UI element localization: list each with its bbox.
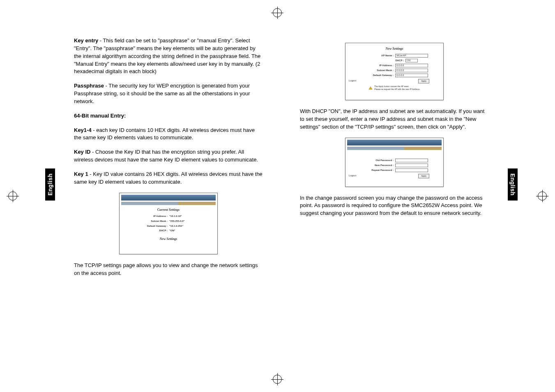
val-oldpw — [395, 159, 428, 162]
left-content: Key entry - This field can be set to "pa… — [74, 37, 263, 284]
text-key-1: - Key ID value contains 26 HEX digits. A… — [74, 171, 263, 185]
row3-reppw: Repeat Password : — [347, 168, 442, 172]
label-key1-4: Key1-4 — [74, 127, 92, 133]
para-tcpip-desc: The TCP/IP settings page allows you to v… — [74, 262, 263, 277]
val-dhcp: "ON" — [169, 229, 202, 233]
screenshot-heading-new: New Settings — [121, 237, 216, 242]
para-dhcp-on: With DHCP "ON", the IP address and subne… — [300, 108, 489, 131]
para-key1-4: Key1-4 - each key ID contains 10 HEX dig… — [74, 127, 263, 142]
language-tab-left: English — [45, 168, 55, 201]
warning: The Apply button causes the AP reset. Pl… — [347, 85, 442, 91]
right-content: New Settings AP Name :WLanAP DHCP :ON IP… — [300, 37, 489, 224]
val-newpw — [395, 164, 428, 167]
logout-link: Logout — [349, 79, 356, 83]
row2-dhcp: DHCP :ON — [347, 59, 442, 62]
apply-button-3: Apply — [418, 174, 429, 178]
lbl-subnet: Subnet Mask : — [135, 219, 168, 223]
logout-link-3: Logout — [349, 174, 356, 178]
para-key-1: Key 1 - Key ID value contains 26 HEX dig… — [74, 171, 263, 186]
val2-ip: 0.0.0.0 — [395, 64, 428, 67]
row3-oldpw: Old Password : — [347, 159, 442, 162]
row2-gateway: Default Gateway :0.0.0.0 — [347, 74, 442, 77]
heading-64bit: 64-Bit manual Entry: — [74, 112, 263, 120]
lbl-oldpw: Old Password : — [361, 159, 394, 162]
val-ip: "10.1.0.10" — [169, 214, 202, 218]
para-key-entry: Key entry - This field can be set to "pa… — [74, 37, 263, 76]
screenshot-banner — [121, 195, 216, 201]
val-gateway: "10.1.0.254" — [169, 224, 202, 228]
crop-mark-right — [538, 191, 547, 201]
row2-subnet: Subnet Mask :0.0.0.0 — [347, 69, 442, 72]
para-key-id: Key ID - Choose the Key ID that has the … — [74, 148, 263, 164]
crop-mark-left — [8, 191, 17, 201]
lbl-ip: IP Address : — [135, 214, 168, 218]
lbl2-subnet: Subnet Mask : — [361, 69, 394, 72]
val-apname: WLanAP — [395, 54, 428, 58]
warning-icon — [368, 86, 373, 90]
lbl2-gateway: Default Gateway : — [361, 74, 394, 77]
lbl-newpw: New Password : — [361, 164, 394, 167]
row3-newpw: New Password : — [347, 164, 442, 167]
label-key-1: Key 1 — [74, 171, 88, 177]
text-key-entry: - This field can be set to "passphrase" … — [74, 37, 260, 74]
screenshot-tabs — [121, 202, 216, 205]
warn-line2: Please re-request the AP with the new IP… — [374, 88, 420, 91]
row-dhcp: DHCP :"ON" — [121, 229, 216, 233]
screenshot3-banner — [347, 140, 442, 145]
lbl2-dhcp: DHCP : — [371, 59, 404, 62]
val-reppw — [395, 168, 428, 172]
screenshot-tcpip-current: Current Settings IP Address :"10.1.0.10"… — [119, 193, 218, 254]
crop-mark-top — [273, 8, 282, 17]
warn-line1: The Apply button causes the AP reset. — [374, 85, 420, 88]
row-ip: IP Address :"10.1.0.10" — [121, 214, 216, 218]
screenshot-new-settings: New Settings AP Name :WLanAP DHCP :ON IP… — [345, 43, 444, 100]
crop-mark-bottom — [273, 375, 282, 384]
val2-dhcp: ON — [405, 59, 418, 62]
left-page: English Key entry - This field can be se… — [45, 37, 275, 353]
val2-subnet: 0.0.0.0 — [395, 69, 428, 72]
row2-ip: IP Address :0.0.0.0 — [347, 64, 442, 67]
lbl2-ip: IP Address : — [361, 64, 394, 67]
text-key1-4: - each key ID contains 10 HEX digits. Al… — [74, 127, 255, 141]
lbl-apname: AP Name : — [361, 54, 394, 58]
btnrow-apply: Logout Apply — [347, 79, 442, 83]
row-subnet: Subnet Mask :"255.255.0.0" — [121, 219, 216, 223]
lbl-reppw: Repeat Password : — [361, 168, 394, 172]
lbl-dhcp: DHCP : — [135, 229, 168, 233]
text-key-id: - Choose the Key ID that has the encrypt… — [74, 149, 258, 163]
label-passphrase: Passphrase — [74, 83, 104, 89]
screenshot-heading-current: Current Settings — [121, 208, 216, 212]
apply-button: Apply — [418, 79, 429, 83]
screenshot-change-password: Old Password : New Password : Repeat Pas… — [345, 138, 444, 187]
val2-gateway: 0.0.0.0 — [395, 74, 428, 77]
lbl-gateway: Default Gateway : — [135, 224, 168, 228]
para-passphrase: Passphrase - The security key for WEP en… — [74, 82, 263, 106]
row2-apname: AP Name :WLanAP — [347, 54, 442, 58]
right-page: English New Settings AP Name :WLanAP DHC… — [288, 37, 518, 353]
label-key-entry: Key entry — [74, 37, 98, 44]
para-change-password: In the change password screen you may ch… — [300, 194, 489, 218]
row-gateway: Default Gateway :"10.1.0.254" — [121, 224, 216, 228]
language-tab-right: English — [508, 168, 518, 201]
screenshot3-tabs — [347, 147, 442, 150]
val-subnet: "255.255.0.0" — [169, 219, 202, 223]
btnrow3: Logout Apply — [347, 174, 442, 178]
label-key-id: Key ID — [74, 149, 90, 155]
screenshot2-heading: New Settings — [347, 46, 442, 51]
